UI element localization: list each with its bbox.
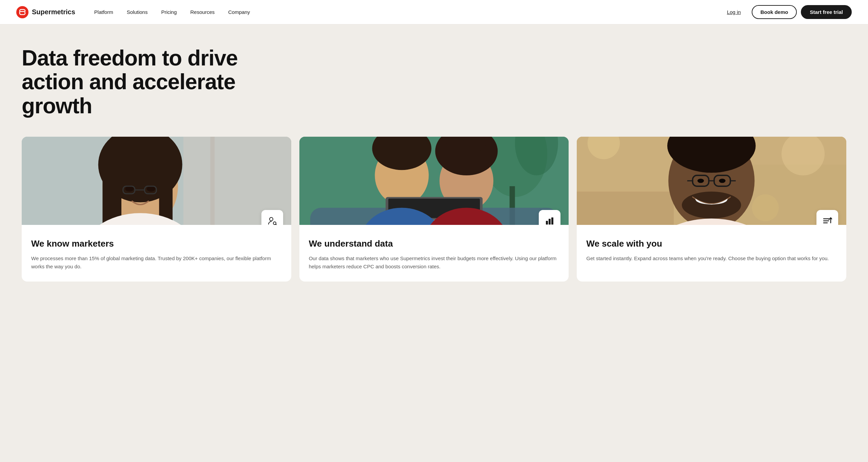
card-3-description: Get started instantly. Expand across tea… (586, 254, 837, 263)
card-marketers: We know marketers We processes more than… (22, 137, 291, 282)
card-scale: We scale with you Get started instantly.… (577, 137, 846, 282)
card-3-image (577, 137, 846, 225)
card-2-body: We understand data Our data shows that m… (299, 225, 569, 282)
card-2-title: We understand data (309, 238, 559, 249)
nav-item-solutions[interactable]: Solutions (121, 6, 153, 18)
card-1-description: We processes more than 15% of global mar… (31, 254, 282, 271)
start-trial-button[interactable]: Start free trial (801, 5, 852, 19)
svg-rect-36 (546, 221, 548, 225)
svg-point-29 (437, 146, 453, 161)
cards-grid: We know marketers We processes more than… (22, 137, 846, 282)
book-demo-button[interactable]: Book demo (752, 5, 797, 19)
header-right: Log in Book demo Start free trial (720, 5, 852, 19)
logo-text: Supermetrics (32, 8, 75, 16)
hero-title: Data freedom to drive action and acceler… (22, 46, 286, 118)
login-button[interactable]: Log in (720, 6, 748, 18)
logo[interactable]: Supermetrics (16, 6, 75, 18)
svg-point-0 (16, 6, 28, 18)
card-2-description: Our data shows that marketers who use Su… (309, 254, 559, 271)
svg-rect-7 (102, 165, 121, 225)
svg-rect-8 (159, 165, 173, 225)
svg-point-9 (125, 186, 134, 192)
card-data: We understand data Our data shows that m… (299, 137, 569, 282)
scale-up-icon (823, 216, 832, 225)
card-2-image (299, 137, 569, 225)
svg-rect-37 (549, 219, 551, 225)
card-1-image (22, 137, 291, 225)
card-2-icon-badge (539, 210, 560, 225)
card-1-title: We know marketers (31, 238, 282, 249)
card-1-body: We know marketers We processes more than… (22, 225, 291, 282)
header-left: Supermetrics Platform Solutions Pricing … (16, 6, 255, 18)
nav-item-pricing[interactable]: Pricing (156, 6, 182, 18)
card-1-photo (22, 137, 291, 225)
nav-item-platform[interactable]: Platform (89, 6, 119, 18)
header: Supermetrics Platform Solutions Pricing … (0, 0, 868, 24)
svg-point-30 (480, 145, 496, 160)
svg-point-56 (719, 179, 726, 183)
card-3-photo (577, 137, 846, 225)
svg-point-55 (697, 179, 704, 183)
nav-item-company[interactable]: Company (223, 6, 255, 18)
svg-point-15 (270, 217, 273, 221)
card-3-title: We scale with you (586, 238, 837, 249)
nav-item-resources[interactable]: Resources (185, 6, 220, 18)
svg-rect-3 (210, 137, 215, 225)
svg-point-10 (147, 186, 155, 192)
card-2-photo (299, 137, 569, 225)
main-content: Data freedom to drive action and acceler… (0, 24, 868, 309)
card-3-body: We scale with you Get started instantly.… (577, 225, 846, 282)
svg-point-49 (682, 192, 741, 218)
card-1-icon-badge (261, 210, 283, 225)
card-3-icon-badge (816, 210, 838, 225)
svg-rect-41 (577, 192, 674, 225)
logo-icon (16, 6, 28, 18)
person-search-icon (268, 216, 277, 225)
svg-rect-38 (551, 217, 553, 225)
main-nav: Platform Solutions Pricing Resources Com… (89, 6, 255, 18)
svg-line-17 (276, 224, 277, 225)
svg-point-45 (752, 194, 779, 221)
bar-chart-icon (545, 216, 554, 225)
